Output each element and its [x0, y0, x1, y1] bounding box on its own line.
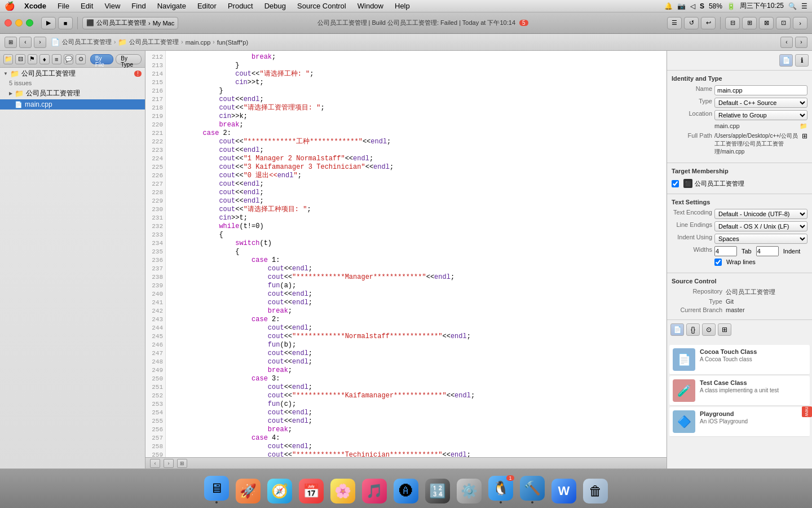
code-area[interactable]: break; } cout<<"请选择工种: "; cin>>t; } cout… — [166, 51, 667, 457]
line-number: 256 — [145, 426, 165, 434]
editor-prev-btn[interactable]: ‹ — [150, 459, 160, 468]
menubar-item-edit[interactable]: Edit — [76, 1, 98, 11]
menubar-camera-icon[interactable]: 📷 — [677, 2, 686, 10]
grid-view-btn[interactable]: ⊞ — [5, 37, 17, 48]
breadcrumb-project[interactable]: 公司员工工资管理 — [62, 38, 112, 46]
indent-width-input[interactable] — [756, 246, 779, 256]
menubar-item-source-control[interactable]: Source Control — [293, 1, 351, 11]
more-btn[interactable]: › — [793, 17, 807, 29]
menubar-item-view[interactable]: View — [100, 1, 125, 11]
tab-width-input[interactable] — [714, 246, 737, 256]
copy-path-btn[interactable]: ⊞ — [802, 132, 807, 140]
prev-issue-btn[interactable]: ‹ — [780, 37, 793, 48]
menubar-item-product[interactable]: Product — [223, 1, 258, 11]
name-input[interactable] — [714, 85, 807, 95]
dock-item-safari[interactable]: 🧭 — [265, 474, 294, 503]
dock-item-calendar[interactable]: 📅 — [297, 474, 326, 503]
menubar-item-editor[interactable]: Editor — [193, 1, 221, 11]
editor-next-btn[interactable]: › — [164, 459, 174, 468]
rp-info-tab[interactable]: ℹ — [795, 54, 809, 67]
menubar-notification-icon[interactable]: 🔔 — [664, 2, 673, 10]
encoding-select[interactable]: Default - Unicode (UTF-8) — [714, 209, 807, 219]
code-line: cout<<endl; — [170, 409, 662, 417]
dock-item-word[interactable]: W — [549, 474, 579, 503]
location-select[interactable]: Relative to Group — [714, 110, 807, 120]
dock-item-music[interactable]: 🎵 — [360, 474, 389, 503]
menubar-item-debug[interactable]: Debug — [260, 1, 290, 11]
dock-item-photos[interactable]: 🌸 — [328, 474, 358, 503]
dock-item-app-store[interactable]: 🅐 — [391, 474, 421, 503]
template-tab-file[interactable]: 📄 — [670, 323, 684, 336]
dock-item-trash[interactable]: 🗑 — [581, 474, 610, 503]
menubar-search-icon[interactable]: 🔍 — [788, 2, 797, 10]
menubar-item-xcode[interactable]: Xcode — [20, 1, 51, 11]
layout-btn2[interactable]: ⊞ — [742, 17, 757, 29]
template-card[interactable]: 🔷PlaygroundAn iOS Playground — [669, 407, 810, 437]
dock-item-xcode[interactable]: 🔨 — [518, 474, 547, 503]
sidebar-folder-btn[interactable]: 📁 — [3, 54, 13, 64]
menubar-item-file[interactable]: File — [53, 1, 74, 11]
breadcrumb-file[interactable]: main.cpp — [186, 39, 211, 46]
template-card[interactable]: 🧪Test Case ClassA class implementing a u… — [669, 376, 810, 406]
sidebar-diff-btn[interactable]: ⊟ — [15, 54, 25, 64]
layout-btn3[interactable]: ⊠ — [759, 17, 774, 29]
minimize-button[interactable] — [15, 19, 23, 27]
stop-button[interactable]: ■ — [58, 17, 73, 29]
dock-item-launchpad[interactable]: 🚀 — [233, 474, 263, 503]
menubar-list-icon[interactable]: ☰ — [801, 2, 807, 10]
template-tab-grid[interactable]: ⊞ — [718, 323, 731, 336]
sidebar-flag-btn[interactable]: ⚑ — [28, 54, 37, 64]
sidebar-project-group[interactable]: ▼ 📁 公司员工工资管理 ! — [0, 68, 145, 80]
activity-toggle[interactable]: ↺ — [684, 17, 699, 29]
sidebar-list-btn[interactable]: ≡ — [52, 54, 61, 64]
sidebar-history-btn[interactable]: ⊙ — [76, 54, 85, 64]
breadcrumb-function[interactable]: fun(Staff*p) — [217, 39, 248, 46]
dock-item-finder[interactable]: 🖥 — [202, 474, 231, 503]
type-select[interactable]: Default - C++ Source — [714, 98, 807, 108]
navigator-toggle[interactable]: ☰ — [667, 17, 682, 29]
next-issue-btn[interactable]: › — [795, 37, 807, 48]
filter-by-file-btn[interactable]: By File — [90, 54, 114, 64]
menubar-item-help[interactable]: Help — [390, 1, 414, 11]
code-line: break; — [170, 426, 662, 434]
code-editor[interactable]: 2122132142152162172182192202212222232242… — [145, 51, 667, 457]
endings-select[interactable]: Default - OS X / Unix (LF) — [714, 221, 807, 231]
dock-item-system-prefs[interactable]: ⚙️ — [454, 474, 484, 503]
line-number: 226 — [145, 172, 165, 180]
indent-using-select[interactable]: Spaces — [714, 234, 807, 244]
inspector-toggle[interactable]: ⊡ — [776, 17, 791, 29]
sidebar-file-main[interactable]: 📄 main.cpp — [0, 99, 145, 110]
back-button[interactable]: ‹ — [19, 37, 32, 48]
editor-scroll-btn[interactable]: ⊞ — [177, 459, 187, 468]
dock-item-calculator[interactable]: 🔢 — [423, 474, 452, 503]
forward-button[interactable]: › — [34, 37, 46, 48]
sidebar-bookmark-btn[interactable]: ♦ — [39, 54, 49, 64]
layout-btn1[interactable]: ⊟ — [725, 17, 740, 29]
wrap-lines-checkbox[interactable] — [714, 259, 722, 266]
sidebar-chat-btn[interactable]: 💬 — [64, 54, 73, 64]
rp-file-tab[interactable]: 📄 — [779, 54, 793, 67]
template-tab-ui[interactable]: ⊙ — [702, 323, 716, 336]
template-card[interactable]: 📄Cocoa Touch ClassA Cocoa Touch class — [669, 345, 810, 375]
dock-icon: 🔢 — [425, 479, 450, 503]
fullscreen-button[interactable] — [26, 19, 33, 27]
menubar-item-navigate[interactable]: Navigate — [153, 1, 191, 11]
line-number: 247 — [145, 349, 165, 358]
menubar-item-window[interactable]: Window — [353, 1, 388, 11]
filter-by-type-btn[interactable]: By Type — [116, 54, 142, 64]
branch-label: Current Branch — [672, 306, 722, 313]
run-button[interactable]: ▶ — [41, 17, 56, 29]
target-checkbox[interactable] — [672, 180, 679, 187]
menubar-item-find[interactable]: Find — [127, 1, 150, 11]
text-settings-section: Text Settings Text Encoding Default - Un… — [667, 194, 812, 273]
sidebar-subgroup[interactable]: ▶ 📁 公司员工工资管理 — [0, 87, 145, 99]
scheme-selector[interactable]: ⬛ 公司员工工资管理 › My Mac — [82, 17, 178, 29]
template-tab-code[interactable]: {} — [686, 323, 700, 336]
undo-button[interactable]: ↩ — [701, 17, 716, 29]
apple-menu-icon[interactable]: 🍎 — [5, 1, 15, 11]
dock-icon: 🔨 — [520, 476, 545, 501]
close-button[interactable] — [5, 19, 12, 27]
dock-item-qq[interactable]: 1🐧 — [486, 474, 515, 503]
file-folder-icon[interactable]: 📁 — [800, 122, 807, 130]
breadcrumb-folder[interactable]: 公司员工工资管理 — [129, 38, 179, 46]
